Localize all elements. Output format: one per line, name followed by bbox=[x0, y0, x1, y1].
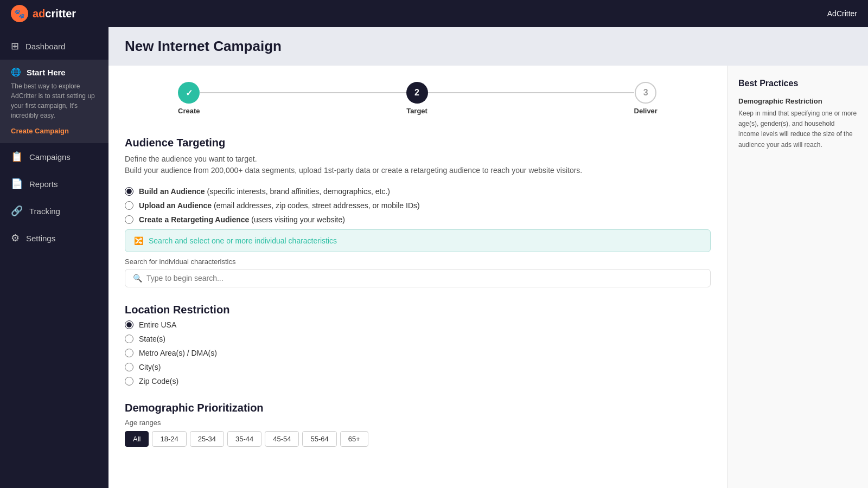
step-label-target: Target bbox=[406, 107, 427, 115]
audience-radio-retargeting[interactable] bbox=[125, 215, 133, 224]
step-label-deliver: Deliver bbox=[634, 107, 658, 115]
user-name: AdCritter bbox=[827, 9, 857, 18]
location-label-zip: Zip Code(s) bbox=[139, 377, 178, 386]
location-radio-metro[interactable] bbox=[125, 349, 133, 357]
location-radio-states[interactable] bbox=[125, 335, 133, 343]
age-buttons: All 18-24 25-34 35-44 45-54 55-64 65+ bbox=[125, 431, 711, 447]
sidebar-item-start-here[interactable]: 🌐 Start Here The best way to explore AdC… bbox=[0, 60, 108, 143]
step-create: ✓ Create bbox=[178, 82, 200, 115]
age-btn-35-44[interactable]: 35-44 bbox=[227, 431, 261, 447]
audience-targeting-title: Audience Targeting bbox=[125, 137, 711, 149]
age-btn-all[interactable]: All bbox=[125, 431, 149, 447]
best-practices-title: Best Practices bbox=[738, 79, 857, 88]
search-characteristics-box[interactable]: 🔀 Search and select one or more individu… bbox=[125, 229, 711, 252]
sidebar-label-reports: Reports bbox=[29, 179, 58, 189]
location-radio-group: Entire USA State(s) Metro Area(s) / DMA(… bbox=[125, 320, 711, 386]
age-btn-65plus[interactable]: 65+ bbox=[340, 431, 368, 447]
form-area: ✓ Create 2 Target 3 Deliver bbox=[108, 66, 727, 488]
start-here-icon: 🌐 bbox=[11, 67, 21, 77]
location-radio-city[interactable] bbox=[125, 363, 133, 371]
location-option-usa[interactable]: Entire USA bbox=[125, 320, 711, 329]
sidebar-label-dashboard: Dashboard bbox=[25, 42, 65, 51]
page-title: New Internet Campaign bbox=[125, 38, 852, 55]
location-option-states[interactable]: State(s) bbox=[125, 335, 711, 343]
age-btn-25-34[interactable]: 25-34 bbox=[190, 431, 224, 447]
bp-subtitle-0: Demographic Restriction bbox=[738, 97, 857, 105]
location-label-city: City(s) bbox=[139, 363, 161, 371]
audience-option-retargeting[interactable]: Create a Retargeting Audience (users vis… bbox=[125, 215, 711, 224]
sidebar-item-campaigns[interactable]: 📋 Campaigns bbox=[0, 143, 108, 170]
search-input-wrap: 🔍 bbox=[125, 269, 711, 287]
logo-icon: 🐾 bbox=[11, 5, 28, 22]
sidebar-label-tracking: Tracking bbox=[29, 207, 60, 216]
audience-radio-upload[interactable] bbox=[125, 201, 133, 210]
location-label-metro: Metro Area(s) / DMA(s) bbox=[139, 349, 217, 357]
content-body: ✓ Create 2 Target 3 Deliver bbox=[108, 66, 868, 488]
step-label-create: Create bbox=[178, 107, 200, 115]
step-circle-target: 2 bbox=[406, 82, 428, 104]
location-radio-usa[interactable] bbox=[125, 320, 133, 329]
age-ranges-label: Age ranges bbox=[125, 419, 711, 427]
step-line-2 bbox=[428, 92, 634, 93]
reports-icon: 📄 bbox=[11, 178, 23, 190]
step-line-1 bbox=[200, 92, 406, 93]
campaigns-icon: 📋 bbox=[11, 151, 23, 163]
audience-targeting-desc1: Define the audience you want to target. … bbox=[125, 153, 711, 176]
dashboard-icon: ⊞ bbox=[11, 40, 19, 52]
top-nav: 🐾 adcritter AdCritter bbox=[0, 0, 868, 27]
sidebar: ⊞ Dashboard 🌐 Start Here The best way to… bbox=[0, 27, 108, 488]
location-restriction-section: Location Restriction Entire USA State(s) bbox=[125, 304, 711, 386]
location-label-states: State(s) bbox=[139, 335, 165, 343]
sidebar-item-settings[interactable]: ⚙ Settings bbox=[0, 224, 108, 252]
audience-radio-build[interactable] bbox=[125, 187, 133, 196]
audience-option-build[interactable]: Build an Audience (specific interests, b… bbox=[125, 187, 711, 196]
demographic-section: Demographic Prioritization Age ranges Al… bbox=[125, 402, 711, 447]
characteristics-icon: 🔀 bbox=[134, 236, 143, 245]
location-restriction-title: Location Restriction bbox=[125, 304, 711, 316]
audience-option-upload[interactable]: Upload an Audience (email addresses, zip… bbox=[125, 201, 711, 210]
start-here-label: Start Here bbox=[27, 68, 66, 77]
step-deliver: 3 Deliver bbox=[634, 82, 658, 115]
stepper: ✓ Create 2 Target 3 Deliver bbox=[125, 82, 711, 115]
age-btn-18-24[interactable]: 18-24 bbox=[152, 431, 186, 447]
settings-icon: ⚙ bbox=[11, 232, 20, 244]
logo-text: adcritter bbox=[33, 8, 76, 20]
page-header: New Internet Campaign bbox=[108, 27, 868, 66]
search-icon: 🔍 bbox=[133, 274, 142, 282]
audience-targeting-section: Audience Targeting Define the audience y… bbox=[125, 137, 711, 287]
age-btn-45-54[interactable]: 45-54 bbox=[265, 431, 299, 447]
start-here-desc: The best way to explore AdCritter is to … bbox=[11, 81, 98, 120]
logo: 🐾 adcritter bbox=[11, 5, 76, 22]
sidebar-item-dashboard[interactable]: ⊞ Dashboard bbox=[0, 33, 108, 60]
location-option-zip[interactable]: Zip Code(s) bbox=[125, 377, 711, 386]
step-target: 2 Target bbox=[406, 82, 428, 115]
search-input[interactable] bbox=[146, 274, 703, 282]
audience-radio-group: Build an Audience (specific interests, b… bbox=[125, 187, 711, 224]
location-radio-zip[interactable] bbox=[125, 377, 133, 386]
sidebar-label-campaigns: Campaigns bbox=[29, 152, 71, 162]
bp-desc-0: Keep in mind that specifying one or more… bbox=[738, 108, 857, 150]
create-campaign-link[interactable]: Create Campaign bbox=[11, 127, 69, 135]
main-content: New Internet Campaign ✓ Create 2 Target bbox=[108, 27, 868, 488]
tracking-icon: 🔗 bbox=[11, 205, 23, 217]
sidebar-item-tracking[interactable]: 🔗 Tracking bbox=[0, 197, 108, 224]
step-circle-create: ✓ bbox=[178, 82, 200, 104]
sidebar-item-reports[interactable]: 📄 Reports bbox=[0, 170, 108, 197]
location-label-usa: Entire USA bbox=[139, 320, 176, 329]
layout: ⊞ Dashboard 🌐 Start Here The best way to… bbox=[0, 27, 868, 488]
search-field-label: Search for individual characteristics bbox=[125, 258, 711, 266]
age-btn-55-64[interactable]: 55-64 bbox=[302, 431, 336, 447]
step-circle-deliver: 3 bbox=[635, 82, 656, 104]
location-option-city[interactable]: City(s) bbox=[125, 363, 711, 371]
search-characteristics-label: Search and select one or more individual… bbox=[149, 236, 337, 245]
demographic-title: Demographic Prioritization bbox=[125, 402, 711, 414]
location-option-metro[interactable]: Metro Area(s) / DMA(s) bbox=[125, 349, 711, 357]
sidebar-label-settings: Settings bbox=[26, 234, 55, 243]
right-panel: Best Practices Demographic Restriction K… bbox=[727, 66, 868, 488]
